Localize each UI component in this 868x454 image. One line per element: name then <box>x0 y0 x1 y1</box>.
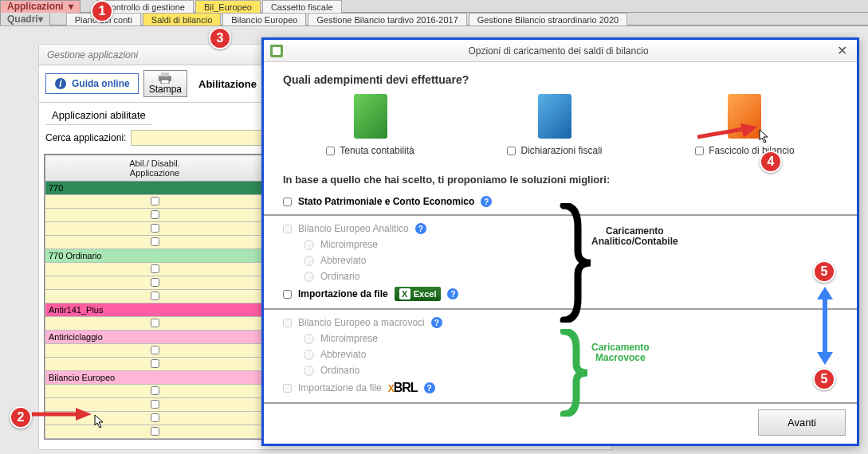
bilancio-macrovoci-checkbox[interactable] <box>283 319 292 327</box>
quadri-label: Quadri <box>7 13 38 25</box>
dialog-title: Opzioni di caricamento dei saldi di bila… <box>283 45 834 57</box>
enable-checkbox[interactable] <box>151 386 159 395</box>
annotation-text-macrovoce: CaricamentoMacrovoce <box>591 342 650 363</box>
dialog-question: Quali adempimenti devi effettuare? <box>264 62 857 94</box>
double-arrow-icon <box>815 287 835 365</box>
info-icon: i <box>54 77 67 90</box>
chevron-down-icon: ▾ <box>69 0 73 13</box>
excel-tag: Excel <box>395 287 442 301</box>
help-icon[interactable]: ? <box>415 223 426 234</box>
annotation-text-analitico: CaricamentoAnalitico/Contabile <box>591 226 678 247</box>
applicazioni-label: Applicazioni <box>7 0 64 13</box>
arrow-icon <box>32 406 92 422</box>
annotation-badge-5: 5 <box>813 260 835 283</box>
software-box-icon <box>538 94 571 139</box>
annotation-badge-1: 1 <box>91 0 113 22</box>
svg-line-9 <box>697 129 744 137</box>
tab-bil-europeo[interactable]: Bil_Europeo <box>195 0 261 13</box>
soluzione-radio[interactable] <box>304 334 314 344</box>
soluzione-radio[interactable] <box>304 350 314 360</box>
quadri-button[interactable]: Quadri ▾ <box>0 13 50 25</box>
stato-patrimoniale-checkbox[interactable] <box>283 198 292 206</box>
brace-icon <box>554 203 594 323</box>
soluzione-radio[interactable] <box>304 240 314 250</box>
column-header: Abil./ Disabil.Applicazione <box>45 155 265 182</box>
applicazioni-button[interactable]: Applicazioni ▾ <box>0 0 81 13</box>
enable-checkbox[interactable] <box>151 264 159 273</box>
help-icon[interactable]: ? <box>447 288 458 299</box>
svg-marker-8 <box>76 408 92 421</box>
abilitazione-heading: Abilitazione <box>198 78 257 90</box>
tab-gestione-bilancio-straordinario-2020[interactable]: Gestione Bilancio straordinario 2020 <box>469 13 627 25</box>
enable-checkbox[interactable] <box>151 278 159 287</box>
adempimento-option: Tenuta contabilità <box>326 94 414 156</box>
search-label: Cerca applicazioni: <box>45 132 126 143</box>
tab-saldi-di-bilancio[interactable]: Saldi di bilancio <box>143 13 221 25</box>
soluzione-radio[interactable] <box>304 272 314 282</box>
enable-checkbox[interactable] <box>151 237 159 246</box>
importazione-xbrl-checkbox[interactable] <box>283 384 292 393</box>
tab-gestione-bilancio-tardivo-2016-2017[interactable]: Gestione Bilancio tardivo 2016-2017 <box>308 13 466 25</box>
close-icon[interactable]: ✕ <box>834 43 850 58</box>
software-box-icon <box>354 94 387 139</box>
annotation-badge-4: 4 <box>760 151 782 173</box>
adempimento-checkbox[interactable] <box>695 147 704 155</box>
stampa-button[interactable]: Stampa <box>143 70 187 97</box>
enable-checkbox[interactable] <box>151 359 159 368</box>
printer-icon <box>157 72 173 84</box>
brace-icon <box>554 329 594 417</box>
adempimento-option: Dichiarazioni fiscali <box>507 94 602 156</box>
enable-checkbox[interactable] <box>151 346 159 354</box>
soluzione-radio[interactable] <box>304 366 314 376</box>
adempimento-checkbox[interactable] <box>326 147 335 155</box>
bilancio-analitico-checkbox[interactable] <box>283 225 292 233</box>
enable-checkbox[interactable] <box>151 413 159 422</box>
importazione-excel-checkbox[interactable] <box>283 290 292 299</box>
help-icon[interactable]: ? <box>431 317 442 328</box>
annotation-badge-2: 2 <box>10 406 32 429</box>
svg-marker-10 <box>740 123 757 138</box>
adempimento-checkbox[interactable] <box>507 147 516 155</box>
tab-bilancio-europeo[interactable]: Bilancio Europeo <box>222 13 306 25</box>
dialog-icon <box>270 45 283 57</box>
annotation-badge-5b: 5 <box>813 368 835 390</box>
tab-cassetto-fiscale[interactable]: Cassetto fiscale <box>262 0 342 13</box>
applicazioni-abilitate-tab[interactable]: Applicazioni abilitate <box>45 106 152 125</box>
arrow-icon <box>697 123 757 143</box>
help-icon[interactable]: ? <box>481 196 492 207</box>
enable-checkbox[interactable] <box>151 197 159 205</box>
soluzione-radio[interactable] <box>304 256 314 266</box>
xbrl-tag: XBRL <box>388 381 418 395</box>
guida-online-button[interactable]: i Guida online <box>45 73 139 94</box>
enable-checkbox[interactable] <box>151 319 159 327</box>
enable-checkbox[interactable] <box>151 427 159 436</box>
chevron-down-icon: ▾ <box>38 13 43 25</box>
help-icon[interactable]: ? <box>424 382 435 393</box>
svg-marker-12 <box>817 287 833 299</box>
avanti-button[interactable]: Avanti <box>758 409 846 436</box>
svg-rect-3 <box>161 72 169 76</box>
enable-checkbox[interactable] <box>151 224 159 233</box>
svg-rect-6 <box>273 47 281 55</box>
enable-checkbox[interactable] <box>151 210 159 219</box>
svg-marker-13 <box>817 352 833 365</box>
enable-checkbox[interactable] <box>151 292 159 300</box>
enable-checkbox[interactable] <box>151 400 159 409</box>
annotation-badge-3: 3 <box>209 27 231 49</box>
